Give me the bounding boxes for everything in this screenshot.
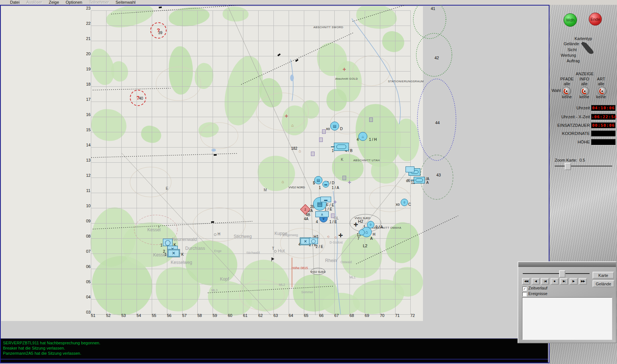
flag-symbol: [272, 258, 272, 262]
field-value-uhrzeit: 04:10:06: [591, 105, 616, 111]
kartentyp-title: Kartentyp: [574, 36, 592, 41]
unknown-contact-symbol[interactable]: ?: [130, 90, 146, 106]
unit-symbol[interactable]: ∧: [315, 211, 329, 217]
playback-button-2[interactable]: |◀: [541, 278, 549, 285]
anzeige-title: ANZEIGE: [576, 72, 594, 76]
tank-unit-symbol[interactable]: [334, 143, 349, 151]
forest-area: [223, 7, 249, 21]
grid-line-horizontal: [91, 162, 410, 163]
map-zoom-label: Zoom Karte: 0.5: [555, 158, 585, 162]
gelaende-button[interactable]: Gelände: [593, 280, 614, 287]
log-message: Breaker hat die Sitzung verlassen.: [1, 345, 548, 351]
timeline-slider-track[interactable]: [523, 273, 590, 274]
menu-item-seitenwahl[interactable]: Seitenwahl: [115, 0, 135, 5]
grid-line-horizontal: [91, 193, 410, 193]
grid-line-horizontal: [91, 41, 410, 41]
grid-line-horizontal: [91, 284, 410, 284]
forest-area: [380, 29, 407, 54]
building-symbol: ⌂: [291, 123, 294, 128]
playback-button-0[interactable]: ◀◀: [522, 278, 530, 285]
menu-item-optionen[interactable]: Optionen: [66, 0, 82, 5]
forest-area: [370, 158, 400, 185]
anzeige-top-art: alle: [598, 82, 604, 86]
forest-area: [355, 6, 398, 31]
tank-barrel: [411, 180, 414, 181]
tank-barrel: [331, 146, 335, 147]
structure-symbol: [322, 129, 326, 134]
unit-symbol[interactable]: ◯: [309, 238, 318, 244]
forest-area: [139, 124, 163, 145]
playback-button-1[interactable]: ◀: [532, 278, 540, 285]
unit-symbol[interactable]: ✕: [168, 250, 179, 257]
map-zoom-slider-thumb[interactable]: [565, 163, 571, 170]
unknown-contact-symbol[interactable]: ?: [150, 22, 167, 39]
unit-symbol[interactable]: ▤: [314, 176, 322, 184]
grid-line-horizontal: [91, 223, 410, 224]
unit-symbol[interactable]: ▤: [330, 122, 339, 130]
playback-button-4[interactable]: ▶|: [560, 278, 568, 285]
tank-hull: [416, 178, 423, 182]
anzeige-col-name-art: ART: [597, 77, 605, 81]
grid-line-horizontal: [91, 117, 410, 117]
unit-symbol[interactable]: [359, 229, 365, 235]
playback-button-6[interactable]: ▶▶: [579, 278, 587, 285]
timeline-slider-thumb[interactable]: [559, 270, 565, 278]
field-label-einsatzdauer: EINSATZDAUER: [557, 123, 590, 128]
contour-line: [156, 67, 201, 101]
unit-symbol[interactable]: ▬: [322, 181, 329, 188]
checkbox-zeitverlauf[interactable]: ✓: [522, 287, 527, 291]
wdh-button[interactable]: Wdh: [564, 13, 577, 27]
playback-panel-titlebar[interactable]: [518, 262, 616, 267]
checkbox-label-zeitverlauf: Zeitverlauf: [528, 286, 547, 290]
event-list[interactable]: [522, 297, 612, 340]
objective-cross: ✛: [354, 222, 358, 228]
anzeige-col-name-pfade: PFADE: [560, 77, 574, 81]
forest-area: [381, 219, 423, 267]
unit-symbol[interactable]: [406, 166, 414, 172]
point-symbol: [334, 217, 337, 219]
church-symbol: ✛: [348, 180, 351, 185]
unit-symbol[interactable]: ◊: [401, 199, 408, 206]
playback-button-5[interactable]: ▶: [570, 278, 578, 285]
map-paper[interactable]: [1, 6, 423, 321]
menu-item-datei[interactable]: Datei: [10, 0, 20, 5]
field-value-einsatzdauer: 00:50:06: [591, 122, 616, 129]
kartentyp-option-gelände[interactable]: Gelände: [564, 42, 579, 46]
unit-symbol[interactable]: ▬: [321, 197, 331, 202]
contour-line: [193, 208, 246, 242]
objective-cross: ✛: [338, 232, 343, 238]
minefield-symbol: ◇: [327, 235, 329, 238]
grid-line-horizontal: [91, 314, 410, 315]
unit-symbol[interactable]: ◯: [163, 239, 173, 246]
menu-bar: DateiAuslöserZeigeOptionenTeilnehmerSeit…: [0, 0, 617, 5]
kartentyp-option-auftrag[interactable]: Auftrag: [567, 59, 580, 63]
map-zoom-slider-track[interactable]: [555, 166, 612, 166]
forest-area: [168, 6, 210, 29]
checkbox-ereignisse[interactable]: [522, 292, 527, 297]
tank-unit-symbol[interactable]: [414, 177, 425, 183]
contour-line: [256, 93, 309, 130]
field-value-uhrzeit-x-zeit: -06:22:54: [591, 114, 616, 120]
structure-symbol: [369, 118, 373, 122]
log-message: Panzermann2A5 hat die Sitzung verlassen.: [1, 351, 548, 356]
karte-button[interactable]: Karte: [593, 272, 614, 279]
contour-line: [200, 122, 238, 149]
field-value-h-he: [591, 139, 616, 145]
knob-center: [566, 90, 567, 92]
field-label-h-he: HÖHE: [578, 140, 590, 144]
forest-area: [89, 107, 128, 143]
point-symbol: [214, 234, 217, 236]
knob-center: [601, 90, 603, 92]
playback-button-3[interactable]: ■: [551, 278, 559, 285]
menu-item-auslöser: Auslöser: [26, 0, 42, 5]
building-symbol: ⌂: [282, 179, 284, 184]
wahl-label: Wahl: [552, 88, 561, 93]
unit-symbol[interactable]: ⌂: [358, 132, 367, 141]
kartentyp-option-sicht[interactable]: Sicht: [568, 47, 577, 52]
field-label-koordinate: KOORDINATE: [562, 131, 590, 136]
menu-item-zeige[interactable]: Zeige: [49, 0, 59, 5]
grid-line-horizontal: [91, 71, 410, 72]
contour-line: [239, 280, 285, 310]
ende-button[interactable]: Ende: [589, 13, 602, 26]
kartentyp-option-wertung[interactable]: Wertung: [561, 53, 576, 57]
